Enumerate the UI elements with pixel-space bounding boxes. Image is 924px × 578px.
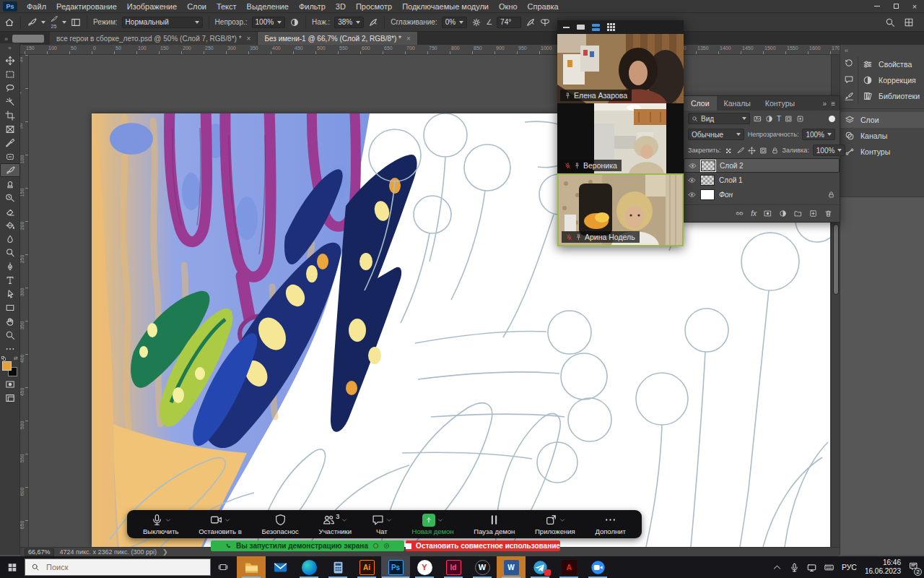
close-window-icon[interactable]: × bbox=[905, 0, 924, 13]
swap-colors-icon[interactable]: ⇄ bbox=[14, 355, 18, 361]
filter-type-layers-icon[interactable]: T bbox=[777, 115, 781, 123]
task-view-button[interactable] bbox=[211, 556, 235, 578]
history-brush-tool[interactable] bbox=[0, 191, 20, 204]
taskbar-app-yandex-browser[interactable]: Y bbox=[410, 556, 439, 578]
clock[interactable]: 16:46 16.06.2023 bbox=[865, 558, 901, 577]
lasso-tool[interactable] bbox=[0, 81, 20, 95]
taskbar-app-zoom-app[interactable] bbox=[583, 556, 612, 578]
lock-artboard-icon[interactable] bbox=[759, 147, 767, 155]
lock-position-icon[interactable] bbox=[748, 147, 756, 155]
record-icon[interactable] bbox=[372, 543, 379, 549]
menu-Окно[interactable]: Окно bbox=[494, 0, 523, 13]
maximize-window-icon[interactable] bbox=[886, 0, 905, 13]
opacity-pressure-icon[interactable] bbox=[289, 17, 300, 27]
tray-expand-icon[interactable] bbox=[772, 563, 782, 572]
horizontal-ruler[interactable]: 1501005005010015020025030035040045050055… bbox=[20, 45, 840, 55]
menu-Подключаемые модули[interactable]: Подключаемые модули bbox=[397, 0, 494, 13]
start-button[interactable] bbox=[0, 556, 25, 578]
panel-Библиотеки[interactable]: Библиотеки bbox=[858, 88, 924, 104]
taskbar-app-photoshop[interactable]: Ps bbox=[381, 556, 410, 578]
symmetry-icon[interactable] bbox=[540, 17, 550, 27]
rectangular-marquee-tool[interactable] bbox=[0, 67, 20, 81]
history-icon[interactable] bbox=[844, 58, 854, 68]
chevron-down-icon[interactable] bbox=[41, 21, 45, 24]
menu-Файл[interactable]: Файл bbox=[22, 0, 51, 13]
menu-Выделение[interactable]: Выделение bbox=[242, 0, 294, 13]
layer-row[interactable]: Фон bbox=[684, 187, 840, 202]
brush-settings-icon[interactable] bbox=[844, 91, 854, 101]
minimize-icon[interactable] bbox=[563, 27, 570, 28]
crop-tool[interactable] bbox=[0, 108, 20, 122]
layer-thumbnail[interactable] bbox=[700, 189, 715, 200]
layer-name[interactable]: Слой 1 bbox=[719, 176, 743, 184]
zoom-shield-button[interactable]: Безопаснос bbox=[256, 512, 305, 537]
layer-filter-select[interactable]: Вид bbox=[688, 113, 750, 124]
layers-panel-tab-Контуры[interactable]: Контуры bbox=[758, 96, 802, 111]
layer-row[interactable]: Слой 1 bbox=[684, 173, 840, 187]
default-colors-icon[interactable] bbox=[1, 356, 6, 361]
move-tool[interactable] bbox=[0, 53, 20, 67]
search-input[interactable] bbox=[45, 562, 189, 572]
lock-transparency-icon[interactable] bbox=[725, 147, 733, 155]
search-icon[interactable] bbox=[885, 17, 895, 27]
new-group-icon[interactable] bbox=[794, 210, 802, 217]
clone-stamp-tool[interactable] bbox=[0, 177, 20, 191]
more-tools[interactable] bbox=[0, 342, 20, 355]
taskbar-app-edge[interactable] bbox=[295, 556, 323, 578]
lock-all-icon[interactable] bbox=[771, 147, 779, 155]
panel-Коррекция[interactable]: Коррекция bbox=[858, 72, 924, 88]
size-pressure-icon[interactable] bbox=[526, 17, 536, 27]
chevron-down-icon[interactable] bbox=[386, 517, 392, 523]
workspace-switcher-icon[interactable] bbox=[904, 17, 914, 27]
layer-fill-select[interactable]: 100% bbox=[813, 144, 846, 156]
toolbar-dock-header[interactable] bbox=[12, 35, 44, 43]
tray-microphone-icon[interactable] bbox=[790, 563, 799, 572]
add-mask-icon[interactable] bbox=[764, 210, 772, 217]
home-icon[interactable] bbox=[4, 17, 14, 27]
minimize-window-icon[interactable] bbox=[868, 0, 886, 13]
foreground-color-swatch[interactable] bbox=[2, 361, 12, 371]
zoom-participants-button[interactable]: 3Участники bbox=[313, 512, 357, 537]
zoom-camera-button[interactable]: Остановить в bbox=[193, 512, 248, 537]
panel-Контуры[interactable]: Контуры bbox=[840, 144, 924, 160]
quick-mask-button[interactable] bbox=[0, 377, 20, 391]
scrollbar-thumb[interactable] bbox=[833, 224, 839, 295]
dodge-tool[interactable] bbox=[0, 246, 20, 259]
chevron-down-icon[interactable] bbox=[62, 21, 66, 24]
gallery-strip-view-icon[interactable] bbox=[592, 24, 600, 31]
stop-share-button[interactable]: Остановить совместное использование bbox=[406, 540, 560, 551]
chevron-down-icon[interactable] bbox=[165, 517, 171, 523]
comment-icon[interactable] bbox=[844, 74, 854, 85]
menu-Фильтр[interactable]: Фильтр bbox=[294, 0, 331, 13]
close-tab-icon[interactable]: × bbox=[406, 35, 411, 43]
smoothing-select[interactable]: 0% bbox=[442, 17, 467, 28]
taskbar-app-mail[interactable] bbox=[266, 556, 295, 578]
participant-video-active[interactable]: Арина Нодель bbox=[557, 173, 684, 246]
chevron-down-icon[interactable] bbox=[437, 517, 443, 523]
menu-3D[interactable]: 3D bbox=[331, 0, 351, 13]
brush-panel-toggle-icon[interactable] bbox=[71, 17, 81, 27]
taskbar-app-telegram[interactable] bbox=[526, 556, 554, 578]
layer-row[interactable]: Слой 2 bbox=[684, 158, 840, 173]
taskbar-app-calculator[interactable] bbox=[323, 556, 352, 578]
brush-angle-input[interactable]: 74° bbox=[497, 17, 521, 28]
filter-toggle[interactable] bbox=[829, 116, 835, 122]
close-tab-icon[interactable]: × bbox=[247, 35, 251, 43]
airbrush-icon[interactable] bbox=[368, 17, 378, 27]
layers-panel-tab-Каналы[interactable]: Каналы bbox=[717, 96, 758, 111]
panel-Каналы[interactable]: Каналы bbox=[840, 128, 924, 144]
layer-effects-icon[interactable]: fx bbox=[751, 210, 757, 217]
layer-name[interactable]: Фон bbox=[719, 191, 733, 199]
eye-icon[interactable] bbox=[688, 176, 696, 184]
eraser-tool[interactable] bbox=[0, 204, 20, 218]
taskbar-app-acrobat[interactable]: A bbox=[554, 556, 583, 578]
gear-icon[interactable] bbox=[471, 17, 481, 27]
paint-bucket-tool[interactable] bbox=[0, 218, 20, 232]
panel-Слои[interactable]: Слои bbox=[840, 112, 924, 128]
opacity-select[interactable]: 100% bbox=[252, 17, 286, 28]
grid-view-icon[interactable] bbox=[607, 23, 615, 31]
brush-tool-icon[interactable] bbox=[27, 17, 37, 27]
menu-Изображение[interactable]: Изображение bbox=[122, 0, 182, 13]
menu-Просмотр[interactable]: Просмотр bbox=[351, 0, 397, 13]
zoom-window-header[interactable] bbox=[557, 20, 684, 34]
